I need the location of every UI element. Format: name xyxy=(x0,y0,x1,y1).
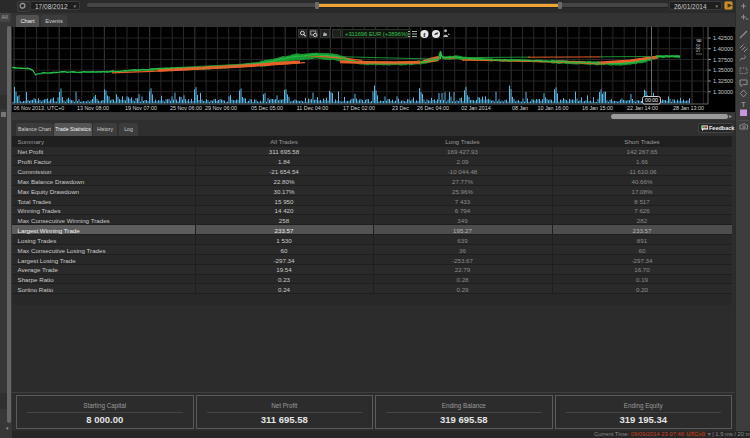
svg-text:1.42500: 1.42500 xyxy=(713,35,733,41)
svg-text:02 Jan 2014: 02 Jan 2014 xyxy=(461,105,491,111)
svg-text:1.35000: 1.35000 xyxy=(713,67,733,73)
svg-text:13 Nov 08:00: 13 Nov 08:00 xyxy=(77,105,109,111)
svg-text:10 Jan 16:00: 10 Jan 16:00 xyxy=(537,105,568,111)
svg-text:500 µ: 500 µ xyxy=(695,39,701,52)
svg-text:29 Nov 06:00: 29 Nov 06:00 xyxy=(205,105,237,111)
svg-text:06 Nov 2013, UTC+0: 06 Nov 2013, UTC+0 xyxy=(14,105,65,111)
svg-text:1.30000: 1.30000 xyxy=(713,89,733,95)
svg-text:T: T xyxy=(741,101,746,108)
svg-text:00:00: 00:00 xyxy=(645,97,658,103)
svg-text:1.37500: 1.37500 xyxy=(713,57,733,63)
svg-text:1.32500: 1.32500 xyxy=(713,78,733,84)
svg-text:22 Jan 14:00: 22 Jan 14:00 xyxy=(627,105,658,111)
svg-text:23 Dec: 23 Dec xyxy=(392,105,409,111)
svg-text:19 Nov 07:00: 19 Nov 07:00 xyxy=(125,105,157,111)
svg-text:25 Nov 06:00: 25 Nov 06:00 xyxy=(170,105,202,111)
svg-text:05 Dec 05:00: 05 Dec 05:00 xyxy=(251,105,283,111)
svg-text:28 Jan 13:00: 28 Jan 13:00 xyxy=(673,105,704,111)
svg-text:11 Dec 04:00: 11 Dec 04:00 xyxy=(297,105,329,111)
svg-text:26 Dec 04:00: 26 Dec 04:00 xyxy=(417,105,449,111)
svg-text:1.40000: 1.40000 xyxy=(713,46,733,52)
svg-text:17 Dec 02:00: 17 Dec 02:00 xyxy=(343,105,375,111)
svg-text:16 Jan 15:00: 16 Jan 15:00 xyxy=(582,105,613,111)
svg-text:08 Jan: 08 Jan xyxy=(512,105,528,111)
